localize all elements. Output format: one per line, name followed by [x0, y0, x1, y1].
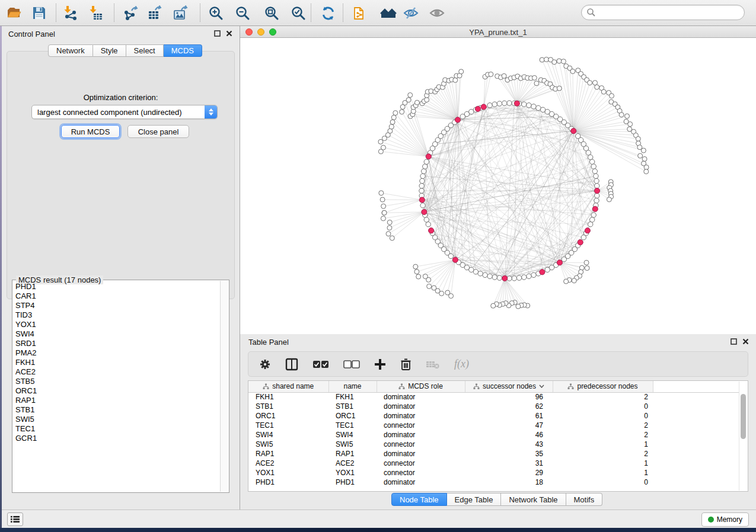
table-row[interactable]: FKH1FKH1dominator962	[248, 392, 741, 402]
float-icon[interactable]	[731, 338, 737, 345]
table-cell: RAP1	[328, 449, 377, 459]
toolbar-search[interactable]	[581, 5, 745, 20]
combo-stepper-icon	[205, 105, 217, 118]
zoom-in-button[interactable]	[207, 4, 225, 22]
table-row[interactable]: SWI4SWI4dominator462	[248, 430, 741, 440]
mcds-result-item[interactable]: TEC1	[15, 424, 220, 434]
mcds-tab-content: Optimization criterion: largest connecte…	[7, 51, 235, 299]
memory-button[interactable]: Memory	[701, 512, 749, 527]
add-column-icon[interactable]	[374, 358, 386, 370]
first-neighbors-button[interactable]	[379, 4, 397, 22]
export-network-button[interactable]	[122, 4, 140, 22]
import-table-button[interactable]	[87, 4, 105, 22]
delete-column-trash-icon[interactable]	[400, 358, 412, 371]
show-columns-icon[interactable]	[285, 358, 298, 371]
open-session-button[interactable]	[5, 4, 23, 22]
table-cell: PHD1	[328, 477, 377, 487]
zoom-fit-icon	[264, 5, 280, 21]
optimization-criterion-label: Optimization criterion:	[7, 93, 234, 102]
table-cell: 29	[465, 468, 553, 477]
close-icon[interactable]	[226, 30, 232, 37]
column-header-predecessor-nodes[interactable]: predecessor nodes	[553, 381, 653, 392]
mcds-result-item[interactable]: STP4	[15, 301, 220, 310]
table-scrollbar[interactable]	[739, 382, 747, 491]
mcds-result-item[interactable]: RAP1	[15, 396, 220, 405]
table-cell: 46	[465, 430, 553, 440]
network-canvas[interactable]	[240, 38, 756, 334]
mcds-result-item[interactable]: YOX1	[15, 320, 220, 329]
mcds-result-item[interactable]: SWI4	[15, 329, 220, 339]
shared-column-icon	[398, 383, 405, 390]
zoom-selected-button[interactable]	[289, 4, 307, 22]
table-row[interactable]: STB1STB1dominator620	[248, 402, 741, 411]
mcds-result-item[interactable]: TID3	[15, 310, 220, 320]
table-row[interactable]: ACE2ACE2connector311	[248, 459, 741, 468]
mcds-result-list: PHD1CAR1STP4TID3YOX1SWI4SRD1PMA2FKH1ACE2…	[13, 282, 220, 492]
table-row[interactable]: ORC1ORC1dominator610	[248, 411, 741, 421]
tab-node-table[interactable]: Node Table	[391, 493, 447, 506]
tab-network[interactable]: Network	[48, 44, 93, 57]
hide-selected-button[interactable]	[402, 4, 420, 22]
new-network-from-selection-button[interactable]	[351, 4, 369, 22]
mcds-result-item[interactable]: ACE2	[15, 367, 220, 377]
column-header-shared-name[interactable]: shared name	[248, 381, 328, 392]
mcds-result-item[interactable]: SRD1	[15, 339, 220, 348]
deselect-all-icon[interactable]	[343, 360, 360, 368]
table-scrollbar-thumb[interactable]	[741, 394, 746, 439]
zoom-fit-button[interactable]	[263, 4, 280, 22]
show-all-button[interactable]	[428, 4, 446, 22]
tab-select[interactable]: Select	[126, 44, 164, 57]
network-document-icon	[352, 5, 368, 21]
optimization-criterion-select[interactable]: largest connected component (undirected)	[31, 105, 218, 119]
table-row[interactable]: TEC1TEC1connector472	[248, 421, 741, 430]
mcds-result-scrollbar[interactable]	[220, 281, 228, 492]
table-cell: connector	[377, 468, 465, 477]
table-row[interactable]: SWI5SWI5connector431	[248, 440, 741, 449]
column-header-successor-nodes[interactable]: successor nodes	[465, 381, 553, 392]
save-session-button[interactable]	[30, 4, 48, 22]
column-label: predecessor nodes	[577, 382, 637, 390]
table-row[interactable]: YOX1YOX1connector291	[248, 468, 741, 477]
tab-edge-table[interactable]: Edge Table	[447, 493, 502, 506]
table-row[interactable]: RAP1RAP1dominator352	[248, 449, 741, 459]
select-all-icon[interactable]	[312, 360, 329, 368]
import-table-icon	[88, 5, 104, 21]
mcds-result-item[interactable]: GCR1	[15, 434, 220, 443]
column-header-name[interactable]: name	[328, 381, 377, 392]
mcds-result-item[interactable]: PHD1	[15, 282, 220, 291]
zoom-out-button[interactable]	[234, 4, 251, 22]
tab-mcds[interactable]: MCDS	[164, 44, 202, 57]
table-row[interactable]: PHD1PHD1dominator180	[248, 477, 741, 487]
export-image-button[interactable]	[172, 4, 190, 22]
import-network-icon	[63, 5, 78, 21]
save-floppy-icon	[32, 6, 46, 20]
close-panel-button[interactable]: Close panel	[127, 125, 189, 138]
mcds-result-item[interactable]: CAR1	[15, 291, 220, 301]
table-cell: 1	[553, 459, 653, 468]
mcds-result-item[interactable]: STB1	[15, 405, 220, 415]
mcds-result-item[interactable]: PMA2	[15, 348, 220, 358]
mcds-result-item[interactable]: FKH1	[15, 358, 220, 367]
table-cell: dominator	[377, 449, 465, 459]
task-history-button[interactable]	[7, 512, 23, 526]
float-icon[interactable]	[214, 30, 221, 37]
table-cell-filler	[653, 430, 741, 440]
toolbar-separator	[311, 4, 311, 22]
eye-icon	[429, 5, 445, 21]
export-table-button[interactable]	[146, 4, 164, 22]
apply-layout-button[interactable]	[319, 4, 337, 22]
search-input[interactable]	[596, 8, 744, 17]
mcds-result-item[interactable]: ORC1	[15, 386, 220, 396]
table-settings-gear-icon[interactable]	[259, 358, 271, 370]
table-cell-filler	[653, 440, 741, 449]
tab-style[interactable]: Style	[93, 44, 126, 57]
run-mcds-button[interactable]: Run MCDS	[61, 125, 120, 138]
table-cell-filler	[653, 459, 741, 468]
column-header-mcds-role[interactable]: MCDS role	[377, 381, 465, 392]
mcds-result-item[interactable]: SWI5	[15, 415, 220, 424]
close-icon[interactable]	[742, 338, 749, 345]
tab-motifs[interactable]: Motifs	[566, 493, 603, 506]
tab-network-table[interactable]: Network Table	[501, 493, 566, 506]
mcds-result-item[interactable]: STB5	[15, 377, 220, 386]
import-network-button[interactable]	[62, 4, 79, 22]
